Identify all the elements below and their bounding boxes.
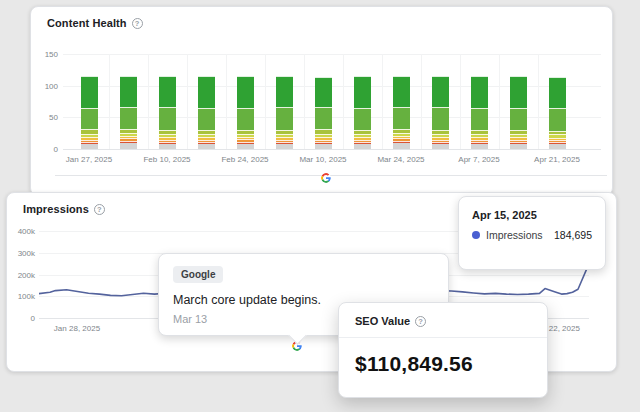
seo-value-amount: $110,849.56 <box>339 338 547 376</box>
stacked-bar[interactable] <box>393 76 410 149</box>
stacked-bar[interactable] <box>276 76 293 149</box>
x-axis-label: Jan 27, 2025 <box>49 155 129 164</box>
y-axis-label: 150 <box>34 50 58 59</box>
hover-tooltip: Apr 15, 2025 Impressions 184,695 <box>458 196 606 270</box>
bar-segment-green[interactable] <box>549 108 566 131</box>
help-icon[interactable]: ? <box>415 316 426 327</box>
stacked-bar[interactable] <box>432 76 449 149</box>
stacked-bar[interactable] <box>315 77 332 149</box>
x-axis-label: Mar 24, 2025 <box>361 155 441 164</box>
stacked-bar[interactable] <box>198 76 215 149</box>
gridline <box>382 54 383 149</box>
bar-segment-gray[interactable] <box>81 144 98 149</box>
bar-segment-dark-green[interactable] <box>354 76 371 108</box>
bar-segment-gray[interactable] <box>198 144 215 149</box>
series-dot-icon <box>472 231 480 239</box>
y-axis-label: 50 <box>34 113 58 122</box>
bar-segment-gray[interactable] <box>315 144 332 149</box>
stacked-bar[interactable] <box>549 77 566 149</box>
gridline <box>499 54 500 149</box>
bar-segment-green[interactable] <box>159 107 176 130</box>
bar-segment-gray[interactable] <box>120 143 137 149</box>
x-axis-label: Apr 7, 2025 <box>439 155 519 164</box>
tooltip-series-row: Impressions 184,695 <box>472 229 592 241</box>
bar-segment-green[interactable] <box>276 107 293 130</box>
x-axis-label-start: Jan 28, 2025 <box>37 324 117 333</box>
annotation-source-badge: Google <box>173 266 223 283</box>
x-axis-label: Apr 21, 2025 <box>517 155 597 164</box>
bar-segment-green[interactable] <box>393 107 410 129</box>
tooltip-date: Apr 15, 2025 <box>472 209 592 221</box>
google-annotation-icon[interactable] <box>321 173 331 183</box>
bar-segment-gray[interactable] <box>549 144 566 149</box>
bar-segment-green[interactable] <box>81 108 98 130</box>
bar-segment-dark-green[interactable] <box>432 76 449 107</box>
content-health-chart[interactable]: 150100500Jan 27, 2025Feb 10, 2025Feb 24,… <box>31 7 612 195</box>
y-axis-label: 300k <box>11 248 35 257</box>
stacked-bar[interactable] <box>471 76 488 149</box>
bar-segment-green[interactable] <box>471 108 488 130</box>
y-axis-label: 400k <box>11 227 35 236</box>
bar-segment-gray[interactable] <box>393 143 410 149</box>
gridline <box>343 54 344 149</box>
gridline <box>304 54 305 149</box>
x-axis-label: Feb 24, 2025 <box>205 155 285 164</box>
gridline <box>460 54 461 149</box>
bar-segment-gray[interactable] <box>510 144 527 149</box>
bar-segment-green[interactable] <box>354 108 371 130</box>
gridline <box>538 54 539 149</box>
gridline <box>187 54 188 149</box>
bar-segment-dark-green[interactable] <box>315 77 332 107</box>
stacked-bar[interactable] <box>510 76 527 149</box>
gridline <box>63 54 601 55</box>
bar-segment-dark-green[interactable] <box>81 76 98 108</box>
stacked-bar[interactable] <box>81 76 98 149</box>
content-health-card: Content Health ? 150100500Jan 27, 2025Fe… <box>30 6 613 196</box>
bar-segment-gray[interactable] <box>159 144 176 149</box>
y-axis-label: 100 <box>34 81 58 90</box>
bar-segment-dark-green[interactable] <box>549 77 566 108</box>
bar-segment-dark-green[interactable] <box>159 76 176 107</box>
bar-segment-gray[interactable] <box>471 144 488 149</box>
tooltip-series-value: 184,695 <box>554 229 592 241</box>
seo-value-title: SEO Value <box>355 315 410 327</box>
bar-segment-dark-green[interactable] <box>237 76 254 108</box>
y-axis-label: 100k <box>11 292 35 301</box>
bar-segment-green[interactable] <box>198 108 215 130</box>
tooltip-series-label: Impressions <box>486 229 543 241</box>
bar-segment-gray[interactable] <box>276 144 293 149</box>
annotation-track <box>55 175 607 176</box>
bar-segment-green[interactable] <box>120 107 137 129</box>
stacked-bar[interactable] <box>354 76 371 149</box>
x-axis-label: Mar 10, 2025 <box>283 155 363 164</box>
bar-segment-dark-green[interactable] <box>393 76 410 107</box>
gridline <box>421 54 422 149</box>
stacked-bar[interactable] <box>159 76 176 149</box>
bar-segment-gray[interactable] <box>432 144 449 149</box>
seo-value-card: SEO Value ? $110,849.56 <box>338 302 548 398</box>
gridline <box>148 54 149 149</box>
bar-segment-gray[interactable] <box>237 144 254 149</box>
stacked-bar[interactable] <box>237 76 254 149</box>
bar-segment-green[interactable] <box>315 107 332 129</box>
bar-segment-dark-green[interactable] <box>198 76 215 108</box>
bar-segment-dark-green[interactable] <box>510 76 527 108</box>
bar-segment-dark-green[interactable] <box>120 76 137 107</box>
axis-baseline <box>63 149 601 150</box>
bar-segment-dark-green[interactable] <box>276 76 293 107</box>
bar-segment-green[interactable] <box>510 108 527 130</box>
bar-segment-green[interactable] <box>237 108 254 130</box>
gridline <box>226 54 227 149</box>
x-axis-label: Feb 10, 2025 <box>127 155 207 164</box>
stacked-bar[interactable] <box>120 76 137 149</box>
seo-value-header: SEO Value ? <box>339 303 547 338</box>
bar-segment-green[interactable] <box>432 107 449 130</box>
bar-segment-dark-green[interactable] <box>471 76 488 108</box>
gridline <box>265 54 266 149</box>
gridline <box>109 54 110 149</box>
y-axis-label: 200k <box>11 270 35 279</box>
bar-segment-gray[interactable] <box>354 144 371 149</box>
y-axis-label: 0 <box>11 314 35 323</box>
y-axis-label: 0 <box>34 145 58 154</box>
